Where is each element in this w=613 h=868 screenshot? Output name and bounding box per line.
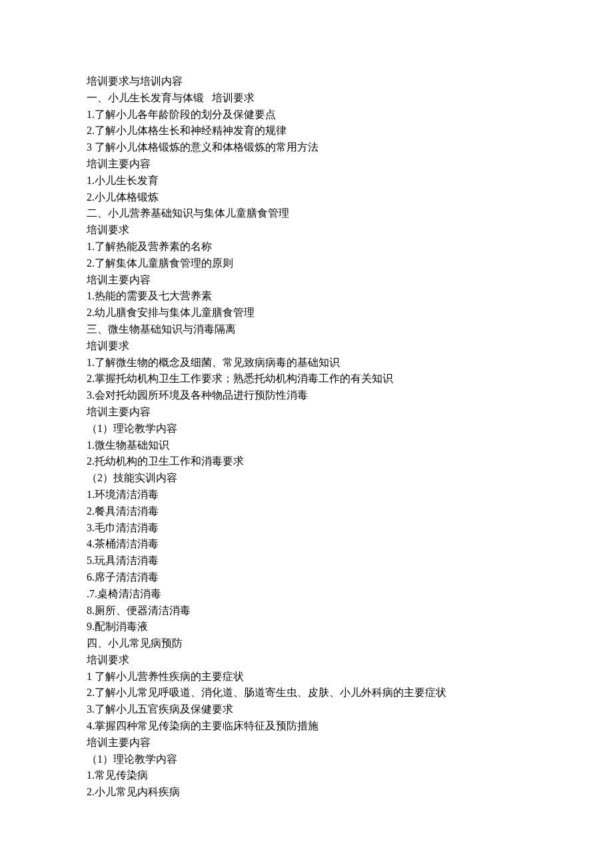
text-line: 培训主要内容: [87, 272, 526, 289]
text-line: 1.了解热能及营养素的名称: [87, 239, 526, 255]
text-line: 1.微生物基础知识: [87, 437, 526, 454]
text-line: 3.会对托幼园所环境及各种物品进行预防性消毒: [87, 387, 526, 404]
text-line: 3 了解小儿体格锻炼的意义和体格锻炼的常用方法: [87, 139, 526, 156]
text-line: 2.小儿体格锻炼: [87, 189, 526, 206]
text-line: （2）技能实训内容: [87, 470, 526, 487]
text-line: 2.了解集体儿童膳食管理的原则: [87, 255, 526, 272]
text-line: 培训要求: [87, 652, 526, 669]
text-line: 8.厕所、便器清洁消毒: [87, 603, 526, 619]
text-line: （1）理论教学内容: [87, 751, 526, 768]
text-line: 培训要求与培训内容: [87, 73, 526, 90]
text-line: 1 了解小儿营养性疾病的主要症状: [87, 669, 526, 685]
text-line: 2.了解小儿常见呼吸道、消化道、肠道寄生虫、皮肤、小儿外科病的主要症状: [87, 685, 526, 701]
text-line: 二、小儿营养基础知识与集体儿童膳食管理: [87, 205, 526, 222]
text-line: 培训主要内容: [87, 735, 526, 751]
text-line: 2.餐具清洁消毒: [87, 503, 526, 520]
text-line: 6.席子清洁消毒: [87, 569, 526, 586]
text-line: 3.了解小儿五官疾病及保健要求: [87, 701, 526, 718]
text-line: 2.小儿常见内科疾病: [87, 784, 526, 801]
text-line: 2.幼儿膳食安排与集体儿童膳食管理: [87, 305, 526, 321]
text-line: 2.掌握托幼机构卫生工作要求；熟悉托幼机构消毒工作的有关知识: [87, 371, 526, 387]
text-line: 4.掌握四种常见传染病的主要临床特征及预防措施: [87, 718, 526, 735]
text-line: 1.常见传染病: [87, 767, 526, 784]
text-line: （1）理论教学内容: [87, 421, 526, 437]
text-line: 1.环境清洁消毒: [87, 487, 526, 503]
text-line: 2.了解小儿体格生长和神经精神发育的规律: [87, 123, 526, 139]
text-line: 培训主要内容: [87, 404, 526, 421]
text-line: 4.茶桶清洁消毒: [87, 536, 526, 553]
text-line: 一、小儿生长发育与体锻 培训要求: [87, 90, 526, 107]
text-line: 9.配制消毒液: [87, 619, 526, 635]
text-line: 培训要求: [87, 222, 526, 239]
document-page: 培训要求与培训内容 一、小儿生长发育与体锻 培训要求 1.了解小儿各年龄阶段的划…: [0, 0, 613, 868]
text-line: 1.小儿生长发育: [87, 173, 526, 189]
text-line: 3.毛巾清洁消毒: [87, 520, 526, 537]
text-line: 培训要求: [87, 338, 526, 355]
text-line: 1.了解微生物的概念及细菌、常见致病病毒的基础知识: [87, 355, 526, 371]
text-line: 1.热能的需要及七大营养素: [87, 288, 526, 305]
text-line: 1.了解小儿各年龄阶段的划分及保健要点: [87, 107, 526, 123]
text-line: 三、微生物基础知识与消毒隔离: [87, 321, 526, 338]
text-line: 培训主要内容: [87, 156, 526, 173]
text-line: 2.托幼机构的卫生工作和消毒要求: [87, 453, 526, 470]
text-line: 5.玩具清洁消毒: [87, 553, 526, 569]
text-line: .7.桌椅清洁消毒: [87, 586, 526, 603]
text-line: 四、小儿常见病预防: [87, 635, 526, 652]
